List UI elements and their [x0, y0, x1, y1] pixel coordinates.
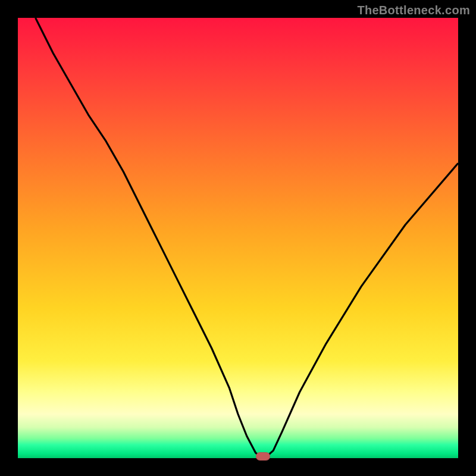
bottleneck-curve — [18, 18, 458, 458]
curve-path — [36, 18, 458, 456]
watermark-label: TheBottleneck.com — [357, 4, 470, 17]
plot-area — [18, 18, 458, 458]
optimal-point-marker — [256, 452, 270, 461]
chart-stage: TheBottleneck.com — [0, 0, 476, 476]
